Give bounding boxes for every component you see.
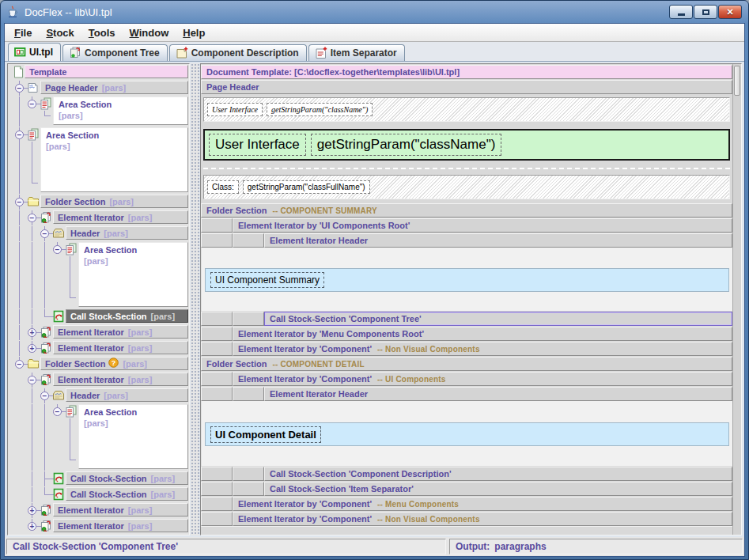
collapse-icon[interactable]: − xyxy=(40,229,49,238)
tree-node-call-stock-section[interactable]: Call Stock-Section[pars] xyxy=(8,309,189,324)
tree-node-call-stock-section[interactable]: Call Stock-Section[pars] xyxy=(8,487,189,502)
text-block[interactable]: UI Component Summary xyxy=(205,268,729,292)
collapse-icon[interactable]: − xyxy=(15,198,24,206)
collapse-icon[interactable]: − xyxy=(15,360,24,369)
tree-node-block[interactable]: Area Section[pars] xyxy=(40,127,188,192)
doc-section-bar[interactable]: Element Iterator by 'Component'-- Non Vi… xyxy=(233,342,732,356)
doc-section-bar[interactable]: Element Iterator by 'Component'-- UI Com… xyxy=(233,372,732,386)
collapse-icon[interactable]: − xyxy=(15,84,24,93)
tree-node-element-iterator[interactable]: +Element Iterator[pars] xyxy=(8,341,189,356)
doc-section-bar[interactable]: Element Iterator by 'Component'-- Menu C… xyxy=(233,497,732,511)
expand-icon[interactable]: + xyxy=(28,328,36,337)
menu-item-stock[interactable]: Stock xyxy=(40,25,80,40)
close-button[interactable]: ✕ xyxy=(718,5,742,19)
tree-node-bar[interactable]: Page Header[pars] xyxy=(40,81,188,94)
tab-component-tree[interactable]: Component Tree xyxy=(62,44,168,61)
text-block[interactable]: UI Component Detail xyxy=(205,422,729,446)
tree-node-bar[interactable]: Element Iterator[pars] xyxy=(53,373,188,386)
doc-section-bar[interactable]: Folder Section-- COMPONENT SUMMARY xyxy=(201,203,732,218)
collapse-icon[interactable]: − xyxy=(53,407,62,416)
doc-section-bar[interactable]: Document Template: [C:\docflex-together\… xyxy=(201,65,732,79)
tree-node-area-section[interactable]: −Area Section[pars] xyxy=(8,96,189,127)
indent-spacer xyxy=(201,387,233,401)
doc-section-bar[interactable]: Page Header xyxy=(201,80,732,94)
template-component-box[interactable]: Class: xyxy=(207,180,239,194)
template-component-box[interactable]: getStringParam("className") xyxy=(311,134,502,156)
panel-splitter[interactable] xyxy=(191,63,199,535)
tree-node-block[interactable]: Area Section[pars] xyxy=(78,242,188,307)
tree-node-folder-section[interactable]: −Folder Section[pars] xyxy=(8,195,189,210)
tree-child-line xyxy=(70,418,70,460)
tree-node-block[interactable]: Area Section[pars] xyxy=(78,404,188,469)
tree-node-bar[interactable]: Element Iterator[pars] xyxy=(53,210,188,224)
tree-node-bar[interactable]: Header[pars] xyxy=(66,226,188,240)
tree-node-template[interactable]: Template xyxy=(8,65,189,80)
menu-item-tools[interactable]: Tools xyxy=(82,25,122,40)
doc-section-bar[interactable]: Call Stock-Section 'Item Separator' xyxy=(264,482,732,496)
tree-node-bar[interactable]: Header[pars] xyxy=(66,388,188,402)
scrollbar-thumb[interactable] xyxy=(734,66,740,96)
tree-node-area-section[interactable]: −Area Section[pars] xyxy=(8,404,189,471)
doc-section-title: Element Iterator by 'Component' xyxy=(238,374,372,384)
pars-label: [pars] xyxy=(79,417,187,429)
collapse-icon[interactable]: − xyxy=(53,245,62,254)
collapse-icon[interactable]: − xyxy=(28,100,36,108)
tree-node-bar[interactable]: Folder Section[pars] xyxy=(40,195,188,208)
collapse-icon[interactable]: − xyxy=(40,392,49,400)
tree-node-bar[interactable]: Element Iterator[pars] xyxy=(53,519,188,532)
doc-section-bar[interactable]: Element Iterator Header xyxy=(264,387,732,401)
tree-node-call-stock-section[interactable]: Call Stock-Section[pars] xyxy=(8,471,189,486)
vertical-scrollbar[interactable] xyxy=(732,64,741,535)
menu-item-window[interactable]: Window xyxy=(123,25,176,40)
doc-section-bar[interactable]: Element Iterator by 'UI Components Root' xyxy=(233,218,732,233)
minimize-button[interactable] xyxy=(669,5,693,19)
expand-icon[interactable]: + xyxy=(28,344,36,353)
tree-node-element-iterator[interactable]: +Element Iterator[pars] xyxy=(8,519,189,534)
tree-node-bar[interactable]: Template xyxy=(25,65,188,78)
doc-section-bar[interactable]: Folder Section-- COMPONENT DETAIL xyxy=(201,357,732,371)
tree-node-block[interactable]: Area Section[pars] xyxy=(53,96,188,125)
tree-node-page-header[interactable]: −Page Header[pars] xyxy=(8,81,189,96)
doc-section-bar[interactable]: Element Iterator Header xyxy=(264,233,732,248)
doc-section-bar[interactable]: Call Stock-Section 'Component Tree' xyxy=(264,312,732,326)
collapse-icon[interactable]: − xyxy=(28,214,36,222)
text-component-box[interactable]: UI Component Detail xyxy=(210,426,321,443)
tree-node-header[interactable]: −Header[pars] xyxy=(8,226,189,241)
template-component-box[interactable]: getStringParam("className") xyxy=(267,103,373,116)
tree-node-bar[interactable]: Element Iterator[pars] xyxy=(53,503,188,516)
collapse-icon[interactable]: − xyxy=(15,131,24,139)
doc-section-bar[interactable]: Element Iterator by 'Component'-- Non Vi… xyxy=(233,512,732,526)
menu-item-help[interactable]: Help xyxy=(176,25,211,40)
tree-node-area-section[interactable]: −Area Section[pars] xyxy=(8,127,189,194)
tree-node-bar[interactable]: Element Iterator[pars] xyxy=(53,325,188,339)
tree-node-element-iterator[interactable]: +Element Iterator[pars] xyxy=(8,503,189,518)
tree-node-bar[interactable]: Call Stock-Section[pars] xyxy=(66,471,188,485)
pars-label: [pars] xyxy=(151,490,176,499)
expand-icon[interactable]: + xyxy=(28,506,36,515)
menu-item-file[interactable]: File xyxy=(8,25,38,40)
tree-node-folder-section[interactable]: −Folder Section?[pars] xyxy=(8,357,189,372)
tree-node-header[interactable]: −Header[pars] xyxy=(8,388,189,403)
tab-component-description[interactable]: Component Description xyxy=(169,44,307,61)
collapse-icon[interactable]: − xyxy=(28,376,36,384)
tree-node-area-section[interactable]: −Area Section[pars] xyxy=(8,242,189,308)
tree-node-element-iterator[interactable]: +Element Iterator[pars] xyxy=(8,325,189,340)
doc-row: Page Header xyxy=(201,79,732,94)
page-header-green-box[interactable]: User InterfacegetStringParam("className"… xyxy=(203,129,730,161)
tree-node-bar[interactable]: Folder Section?[pars] xyxy=(40,357,188,370)
tree-node-bar[interactable]: Element Iterator[pars] xyxy=(53,341,188,354)
text-component-box[interactable]: UI Component Summary xyxy=(210,272,324,288)
tree-node-element-iterator[interactable]: −Element Iterator[pars] xyxy=(8,373,189,388)
tree-node-bar[interactable]: Call Stock-Section[pars] xyxy=(66,309,188,323)
template-component-box[interactable]: getStringParam("classFullName") xyxy=(243,180,370,194)
tree-node-element-iterator[interactable]: −Element Iterator[pars] xyxy=(8,210,189,225)
template-component-box[interactable]: User Interface xyxy=(209,134,306,156)
maximize-button[interactable] xyxy=(694,5,717,19)
tab-ui-tpl[interactable]: UI.tpl xyxy=(8,43,61,61)
doc-section-bar[interactable]: Call Stock-Section 'Component Descriptio… xyxy=(264,467,732,481)
template-component-box[interactable]: User Interface xyxy=(207,103,263,116)
expand-icon[interactable]: + xyxy=(28,522,36,531)
doc-section-bar[interactable]: Element Iterator by 'Menu Components Roo… xyxy=(233,327,732,341)
tree-node-bar[interactable]: Call Stock-Section[pars] xyxy=(66,487,188,501)
tab-item-separator[interactable]: Item Separator xyxy=(308,44,405,61)
